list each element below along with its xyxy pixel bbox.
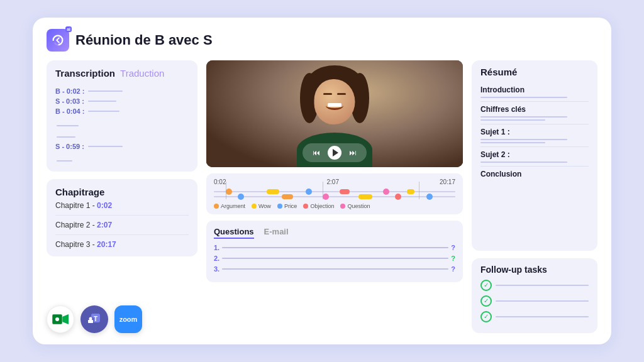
- timeline-legend: Argument Wow Price Objection: [214, 203, 455, 209]
- resume-title: Résumé: [480, 67, 589, 77]
- check-icon-3: ✓: [480, 311, 492, 322]
- q-num-2: 2.: [214, 255, 219, 262]
- resume-sujet2[interactable]: Sujet 2 :: [480, 147, 589, 167]
- qa-tabs: Questions E-mail: [214, 227, 455, 239]
- followup-task-1: ✓: [480, 280, 589, 291]
- teams-logo[interactable]: T: [80, 305, 108, 333]
- followup-task-2: ✓: [480, 295, 589, 307]
- app-logos: T zoom: [47, 305, 142, 333]
- transcript-item-1: B - 0:02 :: [55, 87, 189, 95]
- play-icon: [333, 149, 338, 156]
- q-mark-1: ?: [451, 244, 455, 251]
- checkmark-3: ✓: [484, 314, 489, 320]
- traduction-title[interactable]: Traduction: [120, 68, 164, 79]
- right-column: Résumé Introduction Chiffres clés Sujet …: [472, 60, 597, 333]
- resume-introduction[interactable]: Introduction: [480, 82, 589, 102]
- transcript-item-3: B - 0:04 :: [55, 107, 189, 115]
- legend-price: Price: [277, 203, 297, 209]
- svg-text:T: T: [94, 315, 97, 322]
- forward-button[interactable]: ⏭: [349, 148, 357, 157]
- chapitrage-panel: Chapitrage Chapitre 1 - 0:02 Chapitre 2 …: [47, 179, 197, 256]
- resume-panel: Résumé Introduction Chiffres clés Sujet …: [472, 60, 597, 251]
- checkmark-2: ✓: [484, 298, 489, 304]
- q-mark-2: ?: [451, 255, 455, 262]
- timeline-label-3: 20:17: [440, 178, 455, 185]
- video-player[interactable]: ⏮ ⏭: [206, 60, 463, 167]
- header: ai Réunion de B avec S: [47, 29, 597, 52]
- check-icon-2: ✓: [480, 295, 492, 307]
- followup-title: Follow-up tasks: [480, 265, 589, 275]
- chapitrage-title: Chapitrage: [55, 187, 189, 197]
- tab-email[interactable]: E-mail: [264, 227, 289, 239]
- play-button[interactable]: [328, 146, 341, 160]
- content-grid: Transcription Traduction B - 0:02 : S - …: [47, 60, 597, 333]
- q-num-1: 1.: [214, 244, 219, 251]
- transcription-panel: Transcription Traduction B - 0:02 : S - …: [47, 60, 197, 172]
- page-title: Réunion de B avec S: [75, 32, 213, 48]
- rewind-button[interactable]: ⏮: [313, 148, 320, 157]
- timeline-labels: 0:02 2:07 20:17: [214, 178, 455, 185]
- qa-section: Questions E-mail 1. ? 2. ? 3.: [206, 221, 463, 282]
- svg-point-8: [89, 317, 92, 321]
- svg-rect-9: [88, 320, 93, 323]
- resume-conclusion[interactable]: Conclusion: [480, 167, 589, 182]
- followup-panel: Follow-up tasks ✓ ✓ ✓: [472, 258, 597, 333]
- q-num-3: 3.: [214, 265, 219, 273]
- question-3: 3. ?: [214, 265, 455, 273]
- chapitre-2: Chapitre 2 - 2:07: [55, 221, 189, 235]
- tab-questions[interactable]: Questions: [214, 227, 254, 239]
- legend-objection: Objection: [303, 203, 334, 209]
- ai-badge: ai: [65, 26, 72, 32]
- timeline-track-1: [214, 189, 455, 194]
- main-card: ai Réunion de B avec S Transcription Tra…: [33, 18, 611, 344]
- chapitre-1: Chapitre 1 - 0:02: [55, 201, 189, 216]
- task-line-2: [496, 300, 589, 302]
- google-meet-logo[interactable]: [47, 305, 74, 333]
- timeline-track-2: [214, 194, 455, 199]
- q-mark-3: ?: [451, 265, 455, 273]
- task-line-3: [496, 316, 589, 317]
- checkmark-1: ✓: [484, 282, 489, 288]
- question-2: 2. ?: [214, 255, 455, 262]
- resume-chiffres[interactable]: Chiffres clés: [480, 102, 589, 124]
- app-logo: ai: [47, 29, 69, 52]
- transcription-title: Transcription: [55, 68, 115, 79]
- chapitre-3: Chapitre 3 - 20:17: [55, 240, 189, 249]
- legend-argument: Argument: [214, 203, 245, 209]
- transcript-item-4: S - 0:59 :: [55, 143, 189, 150]
- timeline-section: 0:02 2:07 20:17: [206, 173, 463, 214]
- questions-list: 1. ? 2. ? 3. ?: [214, 244, 455, 273]
- transcript-item-2: S - 0:03 :: [55, 97, 189, 105]
- middle-column: ⏮ ⏭ 0:02 2:07 20:17: [206, 60, 463, 333]
- followup-task-3: ✓: [480, 311, 589, 322]
- question-1: 1. ?: [214, 244, 455, 251]
- task-line-1: [496, 285, 589, 286]
- left-column: Transcription Traduction B - 0:02 : S - …: [47, 60, 197, 333]
- timeline-label-1: 0:02: [214, 178, 226, 185]
- resume-sujet1[interactable]: Sujet 1 :: [480, 124, 589, 147]
- timeline-label-2: 2:07: [326, 178, 338, 185]
- check-icon-1: ✓: [480, 280, 492, 291]
- legend-wow: Wow: [252, 203, 271, 209]
- zoom-text: zoom: [119, 315, 138, 323]
- video-controls[interactable]: ⏮ ⏭: [303, 143, 367, 162]
- legend-question: Question: [340, 203, 370, 209]
- svg-marker-1: [62, 314, 69, 324]
- svg-point-3: [55, 317, 59, 321]
- zoom-logo[interactable]: zoom: [114, 305, 142, 333]
